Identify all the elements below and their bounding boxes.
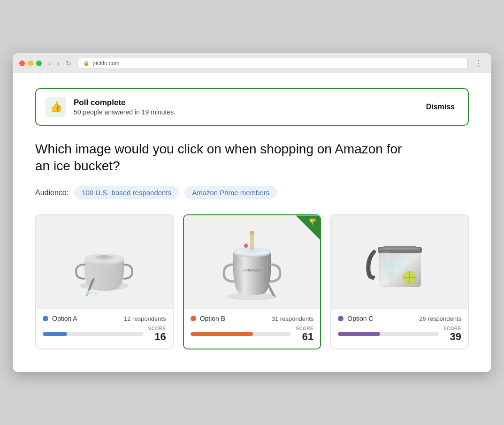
dismiss-button[interactable]: Dismiss — [422, 101, 458, 113]
svg-rect-26 — [386, 271, 394, 279]
url-text: pickfu.com — [92, 60, 119, 67]
thumbs-up-icon: 👍 — [46, 97, 66, 117]
nav-buttons: ‹ › ↻ — [46, 59, 73, 68]
ice-bucket-image-b: AMERIGO — [212, 222, 292, 302]
close-button[interactable] — [19, 61, 25, 66]
score-value-b: 61 — [296, 332, 313, 342]
progress-bar-fill-c — [338, 332, 380, 336]
svg-rect-6 — [93, 292, 98, 296]
address-bar[interactable]: 🔒 pickfu.com — [78, 58, 468, 69]
respondents-a: 12 respondents — [124, 315, 166, 322]
traffic-lights — [19, 61, 42, 66]
option-card-a: Option A 12 respondents SCORE 16 — [35, 214, 174, 349]
svg-rect-25 — [397, 260, 406, 269]
more-button[interactable]: ⋮ — [473, 58, 485, 68]
banner-subtitle: 50 people answered in 19 minutes. — [74, 108, 176, 116]
progress-bar-bg-b — [191, 332, 291, 336]
browser-chrome: ‹ › ↻ 🔒 pickfu.com ⋮ — [13, 53, 491, 73]
ice-bucket-image-a — [67, 225, 142, 300]
svg-rect-16 — [250, 233, 254, 250]
page-content: 👍 Poll complete 50 people answered in 19… — [13, 73, 491, 372]
trophy-badge: 🏆 — [296, 215, 320, 240]
score-value-a: 16 — [148, 332, 166, 342]
options-grid: Option A 12 respondents SCORE 16 — [35, 214, 469, 349]
score-row-b: SCORE 61 — [191, 326, 314, 342]
option-card-c: Option C 26 respondents SCORE 39 — [330, 214, 469, 349]
option-label-row-b: Option B 31 respondents — [191, 315, 314, 322]
svg-rect-5 — [86, 290, 92, 296]
trophy-icon: 🏆 — [308, 218, 316, 226]
banner-left: 👍 Poll complete 50 people answered in 19… — [46, 97, 176, 117]
dot-b — [191, 316, 196, 321]
option-image-a — [36, 215, 173, 309]
svg-rect-17 — [250, 231, 254, 235]
option-label-row-c: Option C 26 respondents — [338, 315, 461, 322]
progress-bar-fill-b — [191, 332, 253, 336]
svg-rect-24 — [384, 261, 395, 270]
minimize-button[interactable] — [28, 61, 33, 66]
maximize-button[interactable] — [36, 61, 42, 66]
option-label-c: Option C — [347, 315, 373, 322]
option-dot-label-b: Option B — [191, 315, 225, 322]
audience-row: Audience: 100 U.S.-based respondents Ama… — [35, 186, 469, 199]
respondents-c: 26 respondents — [419, 315, 461, 322]
ice-bucket-image-c — [360, 226, 440, 299]
progress-bar-fill-a — [43, 332, 67, 336]
audience-tag-prime[interactable]: Amazon Prime members — [184, 186, 277, 199]
audience-label: Audience: — [35, 189, 69, 197]
option-dot-label-a: Option A — [43, 315, 77, 322]
forward-button[interactable]: › — [55, 59, 61, 68]
score-right-c: SCORE 39 — [443, 326, 461, 342]
option-image-c — [331, 215, 468, 309]
progress-bar-bg-a — [43, 332, 144, 336]
svg-point-4 — [99, 255, 109, 258]
option-bottom-b: Option B 31 respondents SCORE 61 — [184, 309, 321, 349]
respondents-b: 31 respondents — [272, 315, 314, 322]
banner-text: Poll complete 50 people answered in 19 m… — [74, 98, 176, 116]
progress-bar-bg-c — [338, 332, 439, 336]
score-row-a: SCORE 16 — [43, 326, 166, 342]
back-button[interactable]: ‹ — [46, 59, 53, 68]
option-card-b: 🏆 — [183, 214, 321, 349]
svg-rect-15 — [257, 249, 261, 252]
option-label-b: Option B — [200, 315, 225, 322]
option-image-b: 🏆 — [184, 215, 321, 309]
lock-icon: 🔒 — [83, 60, 90, 66]
option-label-row-a: Option A 12 respondents — [43, 315, 166, 322]
score-right-b: SCORE 61 — [296, 326, 313, 342]
svg-rect-22 — [380, 248, 420, 250]
banner-title: Poll complete — [74, 98, 176, 107]
audience-tag-us[interactable]: 100 U.S.-based respondents — [74, 186, 179, 199]
svg-text:AMERIGO: AMERIGO — [243, 268, 261, 273]
browser-window: ‹ › ↻ 🔒 pickfu.com ⋮ 👍 Poll complete 50 … — [13, 53, 491, 372]
score-right-a: SCORE 16 — [148, 326, 166, 342]
option-bottom-a: Option A 12 respondents SCORE 16 — [36, 309, 173, 349]
dot-c — [338, 316, 344, 321]
option-dot-label-c: Option C — [338, 315, 373, 322]
svg-rect-13 — [243, 248, 247, 252]
score-row-c: SCORE 39 — [338, 326, 461, 342]
question-text: Which image would you click on when shop… — [35, 141, 420, 175]
option-bottom-c: Option C 26 respondents SCORE 39 — [331, 309, 468, 349]
dot-a — [43, 316, 48, 321]
option-label-a: Option A — [52, 315, 77, 322]
refresh-button[interactable]: ↻ — [64, 59, 73, 68]
score-value-c: 39 — [443, 332, 461, 342]
svg-point-18 — [244, 244, 248, 248]
poll-complete-banner: 👍 Poll complete 50 people answered in 19… — [35, 88, 469, 126]
